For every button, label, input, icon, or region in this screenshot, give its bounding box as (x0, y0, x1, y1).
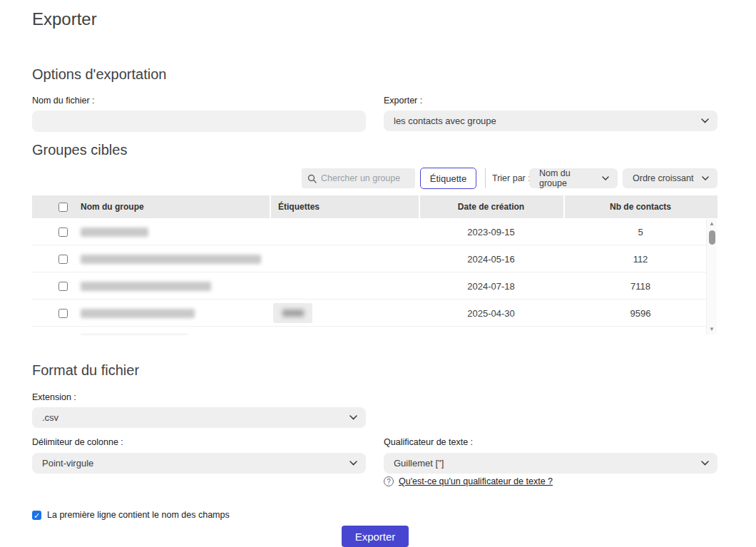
table-row: 2024-12-19 84 (32, 327, 707, 335)
col-header-contacts: Nb de contacts (563, 195, 717, 218)
export-type-value: les contacts avec groupe (394, 116, 496, 126)
chevron-down-icon (602, 176, 609, 180)
sort-field-value: Nom du groupe (539, 168, 596, 188)
row-date: 2025-04-30 (419, 300, 563, 327)
row-checkbox[interactable] (58, 255, 68, 264)
redacted-group-name (81, 282, 211, 291)
sort-order-select[interactable]: Ordre croissant (623, 168, 717, 188)
sort-order-value: Ordre croissant (633, 173, 693, 183)
table-row: 2025-04-30 9596 (32, 300, 707, 327)
scrollbar-thumb[interactable] (709, 230, 715, 245)
group-search[interactable] (302, 168, 415, 188)
col-header-date: Date de création (419, 195, 563, 218)
qualifier-select[interactable]: Guillemet ["] (384, 453, 717, 474)
delimiter-value: Point-virgule (42, 458, 93, 469)
qualifier-help-text[interactable]: Qu'est-ce qu'un qualificateur de texte ? (399, 476, 553, 486)
chevron-down-icon (702, 176, 709, 180)
export-type-select[interactable]: les contacts avec groupe (384, 111, 717, 131)
question-circle-icon: ? (384, 476, 394, 486)
qualifier-help-link[interactable]: ? Qu'est-ce qu'un qualificateur de texte… (384, 476, 553, 486)
filename-label: Nom du fichier : (32, 96, 95, 106)
delimiter-label: Délimiteur de colonne : (32, 437, 123, 447)
export-type-label: Exporter : (384, 96, 422, 106)
scroll-up-icon[interactable]: ▲ (709, 219, 715, 229)
redacted-group-name (81, 228, 148, 237)
qualifier-label: Qualificateur de texte : (384, 437, 473, 447)
redacted-group-name (81, 309, 195, 318)
first-line-checkbox[interactable]: ✓ (32, 511, 41, 520)
redacted-group-name (81, 255, 261, 264)
col-header-name: Nom du groupe (81, 195, 144, 218)
file-format-heading: Format du fichier (32, 362, 139, 379)
search-icon (307, 174, 317, 183)
row-contact-count: 7118 (563, 272, 717, 300)
export-submit-button[interactable]: Exporter (342, 526, 409, 547)
table-row: 2024-05-16 112 (32, 245, 707, 272)
extension-label: Extension : (32, 392, 76, 402)
chevron-down-icon (349, 461, 357, 466)
col-header-tags: Étiquettes (278, 195, 320, 218)
row-contact-count: 5 (563, 218, 717, 245)
chevron-down-icon (349, 415, 357, 420)
group-search-input[interactable] (321, 173, 409, 183)
chevron-down-icon (701, 118, 709, 123)
row-contact-count: 84 (563, 327, 717, 335)
row-date: 2024-12-19 (419, 327, 563, 335)
row-date: 2024-07-18 (419, 272, 563, 300)
table-row: 2024-07-18 7118 (32, 272, 707, 300)
sort-field-select[interactable]: Nom du groupe (529, 168, 618, 188)
sort-by-label: Trier par : (492, 173, 531, 183)
etiquette-button[interactable]: Étiquette (420, 168, 476, 189)
filename-input[interactable] (32, 111, 366, 132)
groups-table-body: 2023-09-15 5 2024-05-16 112 2024-07-18 7… (32, 218, 717, 335)
target-groups-heading: Groupes cibles (32, 142, 127, 158)
row-checkbox[interactable] (58, 282, 68, 291)
row-contact-count: 112 (563, 245, 717, 272)
row-date: 2024-05-16 (419, 245, 563, 272)
row-contact-count: 9596 (563, 300, 717, 327)
groups-table-header: Nom du groupe Étiquettes Date de créatio… (32, 195, 717, 218)
qualifier-value: Guillemet ["] (394, 458, 444, 469)
table-scrollbar[interactable]: ▲ ▼ (706, 219, 717, 334)
table-row: 2023-09-15 5 (32, 218, 707, 245)
delimiter-select[interactable]: Point-virgule (32, 453, 366, 474)
first-line-label: La première ligne contient le nom des ch… (47, 510, 230, 520)
extension-value: .csv (42, 412, 58, 423)
scroll-down-icon[interactable]: ▼ (709, 324, 715, 334)
export-options-heading: Options d'exportation (32, 66, 166, 83)
row-date: 2023-09-15 (419, 218, 563, 245)
row-checkbox[interactable] (58, 309, 68, 318)
toolbar-divider (485, 168, 486, 188)
select-all-checkbox[interactable] (58, 203, 68, 212)
chevron-down-icon (701, 461, 709, 466)
extension-select[interactable]: .csv (32, 407, 366, 428)
page-title: Exporter (32, 9, 97, 29)
row-checkbox[interactable] (58, 228, 68, 237)
redacted-tag-badge (273, 303, 312, 323)
